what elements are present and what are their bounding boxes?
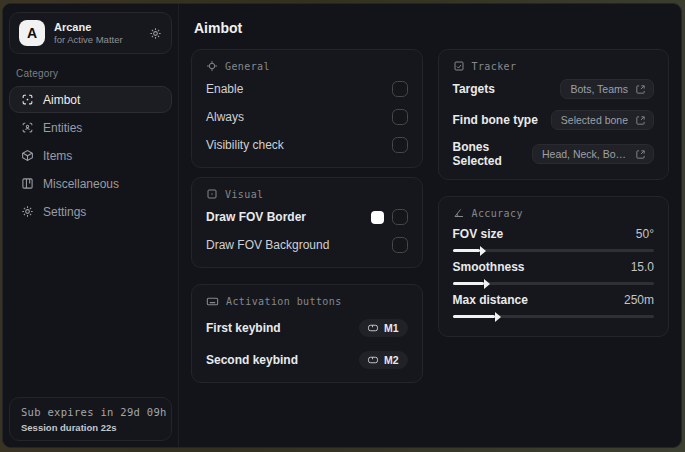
person-scan-icon <box>20 121 34 134</box>
select-value: Selected bone <box>561 114 628 126</box>
setting-label: Draw FOV Border <box>206 210 306 224</box>
slider-fill[interactable] <box>453 249 480 252</box>
always-checkbox[interactable] <box>392 109 408 125</box>
mouse-icon <box>367 354 379 366</box>
expand-select-icon <box>635 149 646 160</box>
setting-label: Smoothness <box>453 260 525 274</box>
slider-value: 250m <box>624 293 654 307</box>
setting-row-second-keybind: Second keybind M2 <box>206 349 408 371</box>
accuracy-card: Accuracy FOV size 50° Smoothness <box>438 196 670 337</box>
setting-label: Always <box>206 110 244 124</box>
setting-label: Second keybind <box>206 353 298 367</box>
setting-row-find-bone-type: Find bone type Selected bone <box>453 109 655 131</box>
setting-row-smoothness: Smoothness 15.0 <box>453 260 655 285</box>
setting-row-fov-size: FOV size 50° <box>453 227 655 252</box>
tracker-card-header: Tracker <box>453 60 655 72</box>
setting-label: Draw FOV Background <box>206 238 329 252</box>
smoothness-slider[interactable] <box>453 282 655 285</box>
setting-label: Enable <box>206 82 243 96</box>
keyboard-icon <box>206 295 219 308</box>
sidebar-item-entities[interactable]: Entities <box>9 114 172 141</box>
setting-row-draw-fov-background: Draw FOV Background <box>206 234 408 256</box>
slider-value: 15.0 <box>631 260 654 274</box>
sidebar-item-label: Aimbot <box>43 93 80 107</box>
second-keybind-button[interactable]: M2 <box>359 351 408 369</box>
setting-row-bones-selected: Bones Selected Head, Neck, Body, Pe… <box>453 140 655 168</box>
draw-fov-background-checkbox[interactable] <box>392 237 408 253</box>
sidebar-item-label: Settings <box>43 205 86 219</box>
find-bone-type-select[interactable]: Selected bone <box>551 110 654 130</box>
keybind-value: M2 <box>384 354 399 366</box>
slider-fill[interactable] <box>453 282 484 285</box>
general-card-header: General <box>206 60 408 72</box>
general-card: General Enable Always Visibility check <box>191 49 423 168</box>
setting-label: Find bone type <box>453 113 538 127</box>
visual-card: Visual Draw FOV Border Draw FOV Backgrou… <box>191 177 423 268</box>
page-title: Aimbot <box>194 20 669 36</box>
select-value: Head, Neck, Body, Pe… <box>542 148 628 160</box>
sidebar-item-aimbot[interactable]: Aimbot <box>9 86 172 113</box>
sidebar-item-items[interactable]: Items <box>9 142 172 169</box>
activation-card-header: Activation buttons <box>206 295 408 308</box>
setting-row-visibility-check: Visibility check <box>206 134 408 156</box>
left-column: General Enable Always Visibility check <box>191 49 423 383</box>
overlay-window: A Arcane for Active Matter Category <box>2 3 682 448</box>
bones-selected-select[interactable]: Head, Neck, Body, Pe… <box>532 144 654 164</box>
setting-row-always: Always <box>206 106 408 128</box>
sidebar-item-label: Entities <box>43 121 82 135</box>
radar-box-icon <box>453 60 465 72</box>
setting-row-enable: Enable <box>206 78 408 100</box>
draw-fov-border-checkbox[interactable] <box>392 209 408 225</box>
setting-label: Max distance <box>453 293 528 307</box>
select-value: Bots, Teams <box>570 83 628 95</box>
sidebar-item-miscellaneous[interactable]: Miscellaneous <box>9 170 172 197</box>
first-keybind-button[interactable]: M1 <box>359 319 408 337</box>
session-duration-text: Session duration 22s <box>21 422 160 433</box>
sidebar: A Arcane for Active Matter Category <box>3 4 179 447</box>
visibility-check-checkbox[interactable] <box>392 137 408 153</box>
sidebar-item-settings[interactable]: Settings <box>9 198 172 225</box>
setting-label: Targets <box>453 82 495 96</box>
setting-row-first-keybind: First keybind M1 <box>206 317 408 339</box>
expand-select-icon <box>635 84 646 95</box>
keybind-value: M1 <box>384 322 399 334</box>
subscription-info-card: Sub expires in 29d 09h Session duration … <box>9 397 172 441</box>
targets-select[interactable]: Bots, Teams <box>560 79 654 99</box>
tracker-card: Tracker Targets Bots, Teams <box>438 49 670 180</box>
brand-title: Arcane <box>54 21 123 33</box>
setting-label: FOV size <box>453 227 504 241</box>
expand-select-icon <box>635 115 646 126</box>
main-content: Aimbot General Enable <box>179 4 681 447</box>
fov-size-slider[interactable] <box>453 249 655 252</box>
setting-row-max-distance: Max distance 250m <box>453 293 655 318</box>
sub-expiry-text: Sub expires in 29d 09h <box>21 406 160 418</box>
setting-label: Visibility check <box>206 138 284 152</box>
setting-label: First keybind <box>206 321 281 335</box>
setting-label: Bones Selected <box>453 140 533 168</box>
accuracy-card-header: Accuracy <box>453 207 655 219</box>
brand-card: A Arcane for Active Matter <box>9 12 172 54</box>
right-column: Tracker Targets Bots, Teams <box>438 49 670 337</box>
target-icon <box>206 60 218 72</box>
angle-icon <box>453 207 465 219</box>
fov-border-color-swatch[interactable] <box>371 211 384 224</box>
gear-icon <box>20 205 34 218</box>
slider-fill[interactable] <box>453 315 495 318</box>
brand-text: Arcane for Active Matter <box>54 21 123 45</box>
enable-checkbox[interactable] <box>392 81 408 97</box>
visual-card-header: Visual <box>206 188 408 200</box>
category-label: Category <box>16 68 165 79</box>
sidebar-item-label: Miscellaneous <box>43 177 119 191</box>
max-distance-slider[interactable] <box>453 315 655 318</box>
frame-icon <box>206 188 218 200</box>
setting-row-targets: Targets Bots, Teams <box>453 78 655 100</box>
brand-logo-letter: A <box>27 25 37 41</box>
sidebar-item-label: Items <box>43 149 72 163</box>
crosshair-scan-icon <box>20 93 34 106</box>
gear-icon[interactable] <box>149 27 162 40</box>
brand-subtitle: for Active Matter <box>54 34 123 45</box>
columns-icon <box>20 177 34 190</box>
mouse-icon <box>367 322 379 334</box>
cube-icon <box>20 149 34 162</box>
slider-value: 50° <box>636 227 654 241</box>
